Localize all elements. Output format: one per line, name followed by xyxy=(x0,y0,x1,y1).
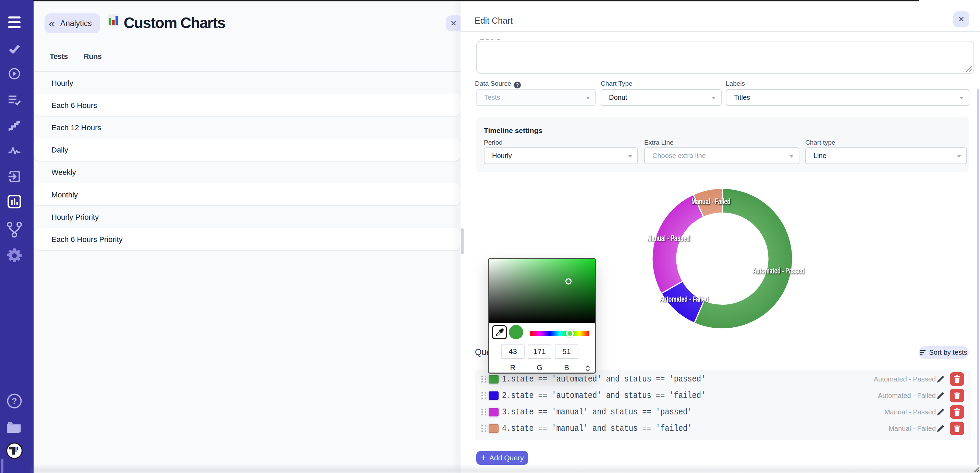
svg-text:Manual - Passed: Manual - Passed xyxy=(647,234,690,243)
svg-text:Automated - Passed: Automated - Passed xyxy=(752,266,804,275)
svg-text:?: ? xyxy=(12,396,17,406)
svg-text:Manual - Failed: Manual - Failed xyxy=(692,197,730,206)
svg-text:Automated - Failed: Automated - Failed xyxy=(659,295,708,303)
